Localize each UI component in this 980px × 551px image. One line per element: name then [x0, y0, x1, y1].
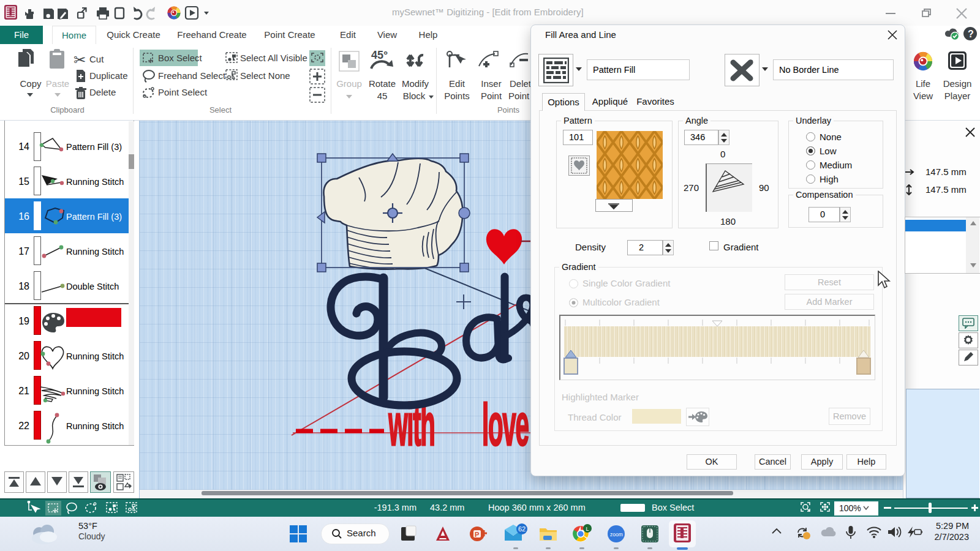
svg-text:love: love — [482, 392, 529, 458]
svg-text:P: P — [475, 531, 479, 538]
svg-text:62: 62 — [518, 525, 526, 533]
svg-text:?: ? — [968, 29, 974, 39]
svg-text:L: L — [586, 526, 589, 532]
svg-text:zoom: zoom — [610, 531, 623, 538]
